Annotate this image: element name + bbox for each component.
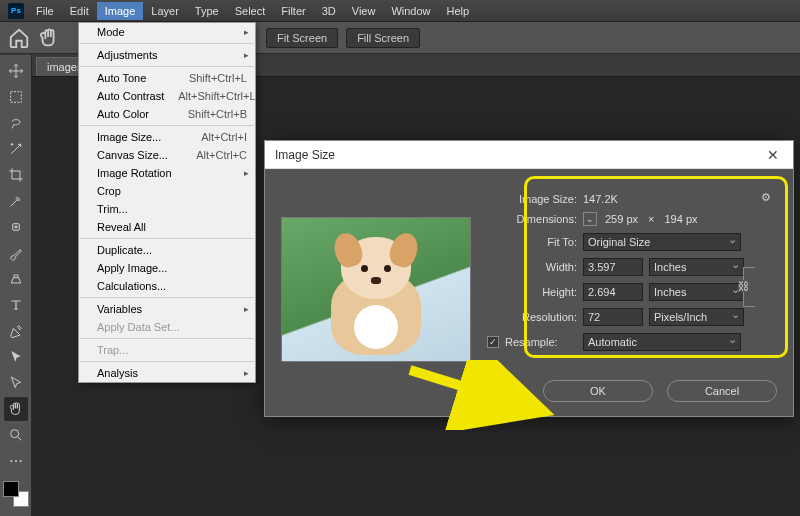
hand-tool[interactable] — [4, 397, 28, 421]
menu-image[interactable]: Image — [97, 2, 144, 20]
pen-tool[interactable] — [4, 319, 28, 343]
menu-separator — [80, 297, 254, 298]
dimensions-unit-icon[interactable]: ⌄ — [583, 212, 597, 226]
menu-item-label: Variables — [97, 303, 142, 315]
menu-separator — [80, 361, 254, 362]
dimensions-times: × — [648, 213, 654, 225]
menu-item-duplicate[interactable]: Duplicate... — [79, 241, 255, 259]
menu-separator — [80, 125, 254, 126]
menu-item-crop[interactable]: Crop — [79, 182, 255, 200]
menu-item-image-size[interactable]: Image Size...Alt+Ctrl+I — [79, 128, 255, 146]
link-dimensions-icon[interactable] — [743, 267, 755, 307]
menu-item-shortcut: Alt+Shift+Ctrl+L — [164, 90, 255, 102]
app-logo: Ps — [8, 3, 24, 19]
resolution-input[interactable] — [583, 308, 643, 326]
cancel-button[interactable]: Cancel — [667, 380, 777, 402]
menu-select[interactable]: Select — [227, 2, 274, 20]
zoom-tool[interactable] — [4, 423, 28, 447]
menu-item-mode[interactable]: Mode — [79, 23, 255, 41]
menu-view[interactable]: View — [344, 2, 384, 20]
home-icon[interactable] — [8, 27, 30, 49]
edit-toolbar[interactable]: ⋯ — [4, 449, 28, 473]
menu-item-image-rotation[interactable]: Image Rotation — [79, 164, 255, 182]
width-unit-select[interactable]: Inches — [649, 258, 744, 276]
menu-bar: Ps File Edit Image Layer Type Select Fil… — [0, 0, 800, 22]
menu-item-auto-contrast[interactable]: Auto ContrastAlt+Shift+Ctrl+L — [79, 87, 255, 105]
menu-item-shortcut: Alt+Ctrl+C — [182, 149, 247, 161]
healing-brush-tool[interactable] — [4, 215, 28, 239]
dialog-footer: OK Cancel — [265, 374, 793, 416]
crop-tool[interactable] — [4, 163, 28, 187]
fit-to-select[interactable]: Original Size — [583, 233, 741, 251]
path-select-tool[interactable] — [4, 345, 28, 369]
menu-type[interactable]: Type — [187, 2, 227, 20]
menu-item-shortcut: Shift+Ctrl+L — [175, 72, 247, 84]
menu-item-apply-image[interactable]: Apply Image... — [79, 259, 255, 277]
magic-wand-tool[interactable] — [4, 137, 28, 161]
brush-tool[interactable] — [4, 241, 28, 265]
gear-icon[interactable]: ⚙ — [761, 191, 771, 204]
menu-item-label: Apply Data Set... — [97, 321, 180, 333]
menu-window[interactable]: Window — [383, 2, 438, 20]
marquee-tool[interactable] — [4, 85, 28, 109]
color-swatches[interactable] — [3, 481, 29, 507]
foreground-color-swatch[interactable] — [3, 481, 19, 497]
height-input[interactable] — [583, 283, 643, 301]
image-preview — [281, 217, 471, 362]
menu-item-label: Trap... — [97, 344, 128, 356]
menu-3d[interactable]: 3D — [314, 2, 344, 20]
menu-item-canvas-size[interactable]: Canvas Size...Alt+Ctrl+C — [79, 146, 255, 164]
width-label: Width: — [505, 261, 577, 273]
menu-item-label: Trim... — [97, 203, 128, 215]
fit-to-label: Fit To: — [487, 236, 577, 248]
menu-filter[interactable]: Filter — [273, 2, 313, 20]
resample-checkbox[interactable] — [487, 336, 499, 348]
type-tool[interactable] — [4, 293, 28, 317]
dialog-titlebar[interactable]: Image Size ✕ — [265, 141, 793, 169]
menu-file[interactable]: File — [28, 2, 62, 20]
menu-item-label: Apply Image... — [97, 262, 167, 274]
width-input[interactable] — [583, 258, 643, 276]
ok-button[interactable]: OK — [543, 380, 653, 402]
eyedropper-tool[interactable] — [4, 189, 28, 213]
menu-item-adjustments[interactable]: Adjustments — [79, 46, 255, 64]
menu-help[interactable]: Help — [439, 2, 478, 20]
menu-item-label: Analysis — [97, 367, 138, 379]
fit-screen-button[interactable]: Fit Screen — [266, 28, 338, 48]
menu-item-label: Canvas Size... — [97, 149, 168, 161]
move-tool[interactable] — [4, 59, 28, 83]
lasso-tool[interactable] — [4, 111, 28, 135]
image-menu-dropdown: ModeAdjustmentsAuto ToneShift+Ctrl+LAuto… — [78, 22, 256, 383]
fill-screen-button[interactable]: Fill Screen — [346, 28, 420, 48]
menu-separator — [80, 338, 254, 339]
menu-item-label: Auto Tone — [97, 72, 146, 84]
close-icon[interactable]: ✕ — [763, 147, 783, 163]
menu-item-label: Calculations... — [97, 280, 166, 292]
menu-item-label: Adjustments — [97, 49, 158, 61]
menu-item-auto-color[interactable]: Auto ColorShift+Ctrl+B — [79, 105, 255, 123]
menu-item-apply-data-set: Apply Data Set... — [79, 318, 255, 336]
menu-item-reveal-all[interactable]: Reveal All — [79, 218, 255, 236]
resample-label: Resample: — [505, 336, 577, 348]
menu-item-label: Image Rotation — [97, 167, 172, 179]
menu-item-label: Duplicate... — [97, 244, 152, 256]
resample-select[interactable]: Automatic — [583, 333, 741, 351]
clone-stamp-tool[interactable] — [4, 267, 28, 291]
height-unit-select[interactable]: Inches — [649, 283, 744, 301]
menu-item-auto-tone[interactable]: Auto ToneShift+Ctrl+L — [79, 69, 255, 87]
hand-tool-icon[interactable] — [38, 27, 60, 49]
menu-item-calculations[interactable]: Calculations... — [79, 277, 255, 295]
svg-point-2 — [10, 430, 18, 438]
menu-edit[interactable]: Edit — [62, 2, 97, 20]
direct-select-tool[interactable] — [4, 371, 28, 395]
menu-item-variables[interactable]: Variables — [79, 300, 255, 318]
dialog-title: Image Size — [275, 148, 335, 162]
menu-item-analysis[interactable]: Analysis — [79, 364, 255, 382]
dimensions-height: 194 px — [664, 213, 697, 225]
resolution-unit-select[interactable]: Pixels/Inch — [649, 308, 744, 326]
svg-rect-0 — [10, 92, 21, 103]
menu-item-trim[interactable]: Trim... — [79, 200, 255, 218]
menu-layer[interactable]: Layer — [143, 2, 187, 20]
image-size-label: Image Size: — [487, 193, 577, 205]
height-label: Height: — [505, 286, 577, 298]
